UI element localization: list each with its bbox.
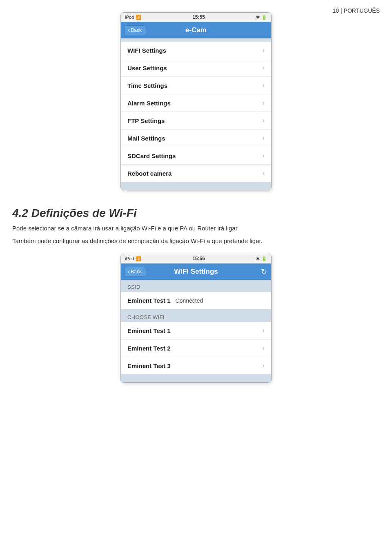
nav-title-1: e-Cam [185,26,207,34]
chevron-icon-wifi2: › [263,344,265,352]
battery-icon-2: 🔋 [261,256,267,261]
menu-item-alarm-label: Alarm Settings [127,100,171,107]
wifi-connected-status: Connected [176,297,203,304]
wifi-item-1[interactable]: Eminent Test 1 › [121,322,271,339]
menu-item-user-label: User Settings [127,65,167,71]
wifi-icon-2: 📶 [136,256,141,261]
status-bar-right-1: ✱ 🔋 [256,15,267,20]
chevron-icon-ftp: › [263,117,265,124]
settings-section-1: WIFI Settings › User Settings › Time Set… [121,42,271,182]
time-2: 15:56 [192,256,205,261]
ssid-section-label: SSID [121,280,271,292]
chevron-icon-alarm: › [263,99,265,107]
status-bar-left-2: iPod 📶 [125,256,141,261]
status-bar-right-2: ✱ 🔋 [256,256,267,261]
menu-item-wifi[interactable]: WIFI Settings › [121,42,271,59]
wifi-connected-item: Eminent Test 1 Connected [121,292,271,309]
wifi-item-1-label: Eminent Test 1 [127,327,171,334]
time-1: 15:55 [192,14,205,20]
bluetooth-icon-1: ✱ [256,15,260,20]
section-heading: 4.2 Definições de Wi-Fi Pode selecionar … [12,207,380,246]
menu-item-ftp-label: FTP Settings [127,117,165,124]
section-title: 4.2 Definições de Wi-Fi [12,207,380,220]
nav-bar-1: Back e-Cam [121,22,271,38]
ipod-label-2: iPod [125,256,134,261]
menu-item-wifi-label: WIFI Settings [127,47,166,54]
bluetooth-icon-2: ✱ [256,256,260,261]
menu-item-time[interactable]: Time Settings › [121,77,271,94]
status-bar-2: iPod 📶 15:56 ✱ 🔋 [121,254,271,264]
wifi-item-2-label: Eminent Test 2 [127,345,171,352]
chevron-icon-wifi: › [263,47,265,54]
chevron-icon-time: › [263,82,265,89]
wifi-icon-1: 📶 [136,15,141,20]
menu-item-mail-label: Mail Settings [127,135,165,142]
chevron-icon-user: › [263,64,265,71]
back-button-1[interactable]: Back [124,25,146,35]
section-para1: Pode selecionar se a câmara irá usar a l… [12,224,380,233]
status-bar-1: iPod 📶 15:55 ✱ 🔋 [121,13,271,22]
status-bar-left-1: iPod 📶 [125,15,141,20]
menu-item-reboot-label: Reboot camera [127,170,172,177]
menu-item-reboot[interactable]: Reboot camera › [121,165,271,182]
chevron-icon-mail: › [263,134,265,142]
wifi-item-3[interactable]: Eminent Test 3 › [121,357,271,374]
menu-item-sdcard[interactable]: SDCard Settings › [121,147,271,165]
wifi-item-2[interactable]: Eminent Test 2 › [121,339,271,357]
chevron-icon-wifi1: › [263,327,265,334]
menu-item-sdcard-label: SDCard Settings [127,152,176,159]
battery-icon-1: 🔋 [261,15,267,20]
ipod-label-1: iPod [125,15,134,20]
nav-title-2: WIFI Settings [174,268,218,276]
back-button-2[interactable]: Back [124,267,146,277]
wifi-item-3-label: Eminent Test 3 [127,362,171,369]
phone-screen-2: iPod 📶 15:56 ✱ 🔋 Back WIFI Settings ↻ SS… [120,254,272,383]
chevron-icon-reboot: › [263,170,265,177]
chevron-icon-sdcard: › [263,152,265,159]
menu-item-user[interactable]: User Settings › [121,59,271,77]
menu-item-ftp[interactable]: FTP Settings › [121,112,271,130]
chevron-icon-wifi3: › [263,362,265,369]
wifi-list-section: Eminent Test 1 › Eminent Test 2 › Eminen… [121,322,271,374]
choose-wifi-label: Choose WIFI [121,309,271,322]
menu-item-mail[interactable]: Mail Settings › [121,130,271,147]
wifi-connected-name: Eminent Test 1 [127,297,171,304]
phone-screen-1: iPod 📶 15:55 ✱ 🔋 Back e-Cam WIFI Setting… [120,12,272,190]
menu-item-alarm[interactable]: Alarm Settings › [121,94,271,112]
menu-item-time-label: Time Settings [127,82,167,89]
wifi-body: SSID Eminent Test 1 Connected Choose WIF… [121,280,271,382]
settings-body-1: WIFI Settings › User Settings › Time Set… [121,38,271,190]
section-para2: Também pode configurar as definições de … [12,237,380,246]
page-number: 10 | PORTUGUÊS [333,7,380,14]
nav-bar-2: Back WIFI Settings ↻ [121,264,271,280]
refresh-button[interactable]: ↻ [261,267,267,276]
